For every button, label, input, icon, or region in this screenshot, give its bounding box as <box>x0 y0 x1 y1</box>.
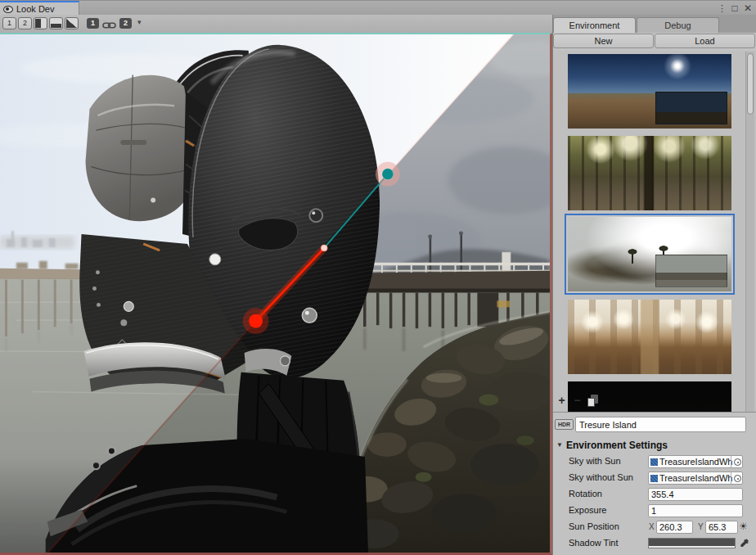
load-button[interactable]: Load <box>655 34 755 48</box>
hdr-badge: HDR <box>555 419 574 430</box>
exposure-value: 1 <box>651 506 656 516</box>
sun-y-field[interactable]: 65.3 <box>705 521 738 534</box>
eye-icon <box>3 6 13 13</box>
toolbar-dropdown-icon[interactable]: ▾ <box>137 18 142 26</box>
environment-panel: Environment Debug New Load <box>553 15 756 555</box>
sky-without-sun-object-field[interactable]: TreasureIslandWh <box>648 472 743 485</box>
duplicate-icon[interactable] <box>587 395 600 408</box>
hdri-thumbnail-savanna[interactable] <box>568 54 731 129</box>
lookdev-window: Look Dev ⋮ □ ✕ 1 2 1 2 ▾ <box>0 0 756 555</box>
split-horizontal-icon[interactable] <box>49 17 63 29</box>
shadow-tint-label: Shadow Tint <box>569 538 619 548</box>
shadow-tint-row: Shadow Tint <box>553 536 756 551</box>
gizmo-midpoint[interactable] <box>321 245 327 251</box>
add-environment-button[interactable]: + <box>555 394 569 408</box>
rotation-value: 355.4 <box>651 490 674 499</box>
rotation-label: Rotation <box>569 489 602 499</box>
cubemap-icon <box>650 458 658 466</box>
split-diagonal-icon[interactable] <box>65 17 79 29</box>
single-view-1-button[interactable]: 1 <box>2 17 16 29</box>
rotation-row: Rotation 355.4 <box>553 487 756 502</box>
hdri-inset-savanna <box>655 92 727 124</box>
tab-environment[interactable]: Environment <box>553 17 636 33</box>
camera-1-badge[interactable]: 1 <box>87 18 99 29</box>
env-list-footer: + − <box>553 394 756 411</box>
sky-with-sun-label: Sky with Sun <box>569 456 621 466</box>
env-list-scrollbar[interactable] <box>745 52 754 412</box>
link-cameras-icon[interactable] <box>102 19 116 34</box>
hdri-thumbnail-church[interactable] <box>568 300 731 374</box>
maximize-icon[interactable]: □ <box>728 2 741 14</box>
scene-render <box>0 34 550 553</box>
hdri-thumbnail-forest[interactable] <box>568 136 731 210</box>
camera-2-badge[interactable]: 2 <box>119 18 132 29</box>
sun-handle-red[interactable] <box>249 314 263 328</box>
close-icon[interactable]: ✕ <box>741 2 754 14</box>
new-button[interactable]: New <box>553 34 654 48</box>
sun-position-row: Sun Position X 260.3 Y 65.3 ☀ <box>553 520 756 535</box>
separator <box>553 412 756 413</box>
object-picker-icon[interactable] <box>731 472 742 484</box>
hdri-environment-list <box>553 51 756 412</box>
sun-position-label: Sun Position <box>569 521 619 531</box>
shadow-tint-color-swatch[interactable] <box>648 538 736 548</box>
panel-tab-strip: Environment Debug <box>553 15 756 33</box>
sky-with-sun-row: Sky with Sun TreasureIslandWh <box>553 454 756 469</box>
hdr-name-row: HDR <box>553 417 756 433</box>
exposure-row: Exposure 1 <box>553 503 756 518</box>
y-axis-label: Y <box>698 522 704 531</box>
remove-environment-button[interactable]: − <box>570 394 584 408</box>
env-list-scroll-thumb[interactable] <box>747 53 754 115</box>
rotation-field[interactable]: 355.4 <box>648 488 743 501</box>
split-vertical-icon[interactable] <box>34 17 47 29</box>
env-actions: New Load <box>553 33 756 49</box>
lookdev-viewport-render[interactable] <box>0 33 552 555</box>
settings-header-label: Environment Settings <box>566 440 668 451</box>
object-picker-icon[interactable] <box>731 456 742 467</box>
palm-tree-icon <box>632 253 633 264</box>
sun-icon[interactable]: ☀ <box>739 521 748 532</box>
exposure-field[interactable]: 1 <box>648 504 743 517</box>
sky-without-sun-row: Sky without Sun TreasureIslandWh <box>553 471 756 485</box>
view-handle-teal[interactable] <box>382 169 394 180</box>
environment-name-input[interactable] <box>575 417 746 432</box>
single-view-2-button[interactable]: 2 <box>18 17 32 29</box>
window-menu-icon[interactable]: ⋮ <box>715 3 728 14</box>
cubemap-icon <box>650 475 658 482</box>
sky-with-sun-value: TreasureIslandWh <box>659 457 732 467</box>
tab-look-dev[interactable]: Look Dev <box>0 1 79 16</box>
eyedropper-icon[interactable] <box>740 537 750 552</box>
foldout-arrow-icon[interactable]: ▼ <box>556 441 563 449</box>
sky-without-sun-value: TreasureIslandWh <box>659 473 732 483</box>
hdri-thumbnail-treasure-island-selected[interactable] <box>565 214 735 295</box>
tab-debug[interactable]: Debug <box>637 17 719 33</box>
sky-without-sun-label: Sky without Sun <box>569 472 633 482</box>
x-axis-label: X <box>649 522 655 531</box>
sky-with-sun-object-field[interactable]: TreasureIslandWh <box>648 455 743 468</box>
environment-settings-header[interactable]: ▼ Environment Settings <box>553 439 756 453</box>
hdri-inset-treasure-island <box>655 255 727 287</box>
title-bar: Look Dev ⋮ □ ✕ <box>0 0 756 15</box>
lookdev-toolbar: 1 2 1 2 ▾ <box>0 15 552 33</box>
tab-title: Look Dev <box>16 4 54 14</box>
exposure-label: Exposure <box>569 505 606 515</box>
sun-x-field[interactable]: 260.3 <box>656 521 693 534</box>
